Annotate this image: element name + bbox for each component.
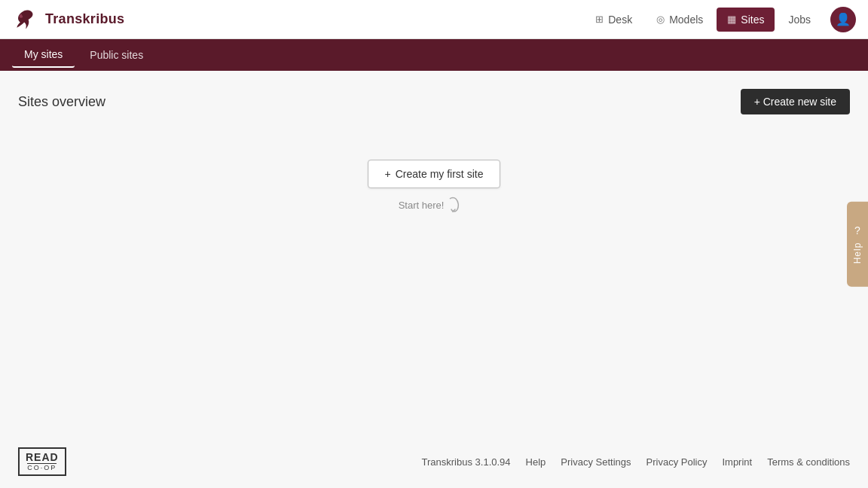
desk-icon: ⊞ — [595, 14, 604, 25]
footer-links: Transkribus 3.1.0.94 Help Privacy Settin… — [422, 456, 850, 468]
footer-link-privacy-settings[interactable]: Privacy Settings — [561, 456, 631, 468]
page-header: Sites overview + Create new site — [18, 89, 850, 114]
nav-label-desk: Desk — [608, 14, 632, 26]
plus-icon: + — [385, 168, 391, 180]
create-first-site-button[interactable]: + Create my first site — [368, 160, 501, 188]
footer-version: Transkribus 3.1.0.94 — [422, 456, 511, 468]
my-sites-label: My sites — [24, 48, 63, 60]
footer-link-imprint[interactable]: Imprint — [722, 456, 752, 468]
nav-item-jobs[interactable]: Jobs — [778, 8, 821, 32]
sub-navigation: My sites Public sites — [0, 39, 868, 71]
models-icon: ◎ — [656, 14, 665, 25]
sites-icon: ▦ — [727, 14, 736, 25]
main-content: Sites overview + Create new site + Creat… — [0, 71, 868, 488]
footer-link-privacy-policy[interactable]: Privacy Policy — [646, 456, 708, 468]
footer: READ CO·OP Transkribus 3.1.0.94 Help Pri… — [0, 435, 868, 488]
nav-label-models: Models — [669, 14, 703, 26]
logo-area: Transkribus — [12, 6, 585, 33]
footer-link-terms[interactable]: Terms & conditions — [767, 456, 850, 468]
sub-nav-item-public-sites[interactable]: Public sites — [78, 43, 155, 67]
create-first-site-label: Create my first site — [396, 168, 484, 180]
nav-label-jobs: Jobs — [788, 14, 811, 26]
help-question-icon: ? — [854, 224, 860, 236]
avatar-icon: 👤 — [836, 12, 851, 26]
nav-item-sites[interactable]: ▦ Sites — [717, 8, 775, 32]
sub-nav-item-my-sites[interactable]: My sites — [12, 42, 75, 68]
read-text: READ — [26, 452, 59, 462]
curved-arrow-icon — [448, 196, 469, 215]
read-coop-logo: READ CO·OP — [18, 447, 66, 476]
nav-item-models[interactable]: ◎ Models — [646, 8, 714, 32]
help-sidebar[interactable]: ? Help — [847, 202, 868, 287]
logo-text: Transkribus — [45, 11, 124, 27]
top-navigation: Transkribus ⊞ Desk ◎ Models ▦ Sites Jobs… — [0, 0, 868, 39]
start-here-text: Start here! — [399, 200, 445, 211]
help-sidebar-label: Help — [852, 242, 863, 264]
nav-item-desk[interactable]: ⊞ Desk — [585, 8, 643, 32]
footer-link-help[interactable]: Help — [526, 456, 546, 468]
nav-label-sites: Sites — [741, 14, 764, 26]
page-title: Sites overview — [18, 94, 105, 110]
start-here-hint: Start here! — [399, 196, 470, 215]
public-sites-label: Public sites — [90, 49, 143, 61]
center-area: + Create my first site Start here! — [18, 160, 850, 215]
create-new-site-button[interactable]: + Create new site — [741, 89, 850, 114]
nav-items: ⊞ Desk ◎ Models ▦ Sites Jobs 👤 — [585, 7, 856, 32]
transkribus-logo-icon — [12, 6, 39, 33]
user-avatar[interactable]: 👤 — [830, 7, 856, 32]
coop-text: CO·OP — [27, 463, 57, 471]
